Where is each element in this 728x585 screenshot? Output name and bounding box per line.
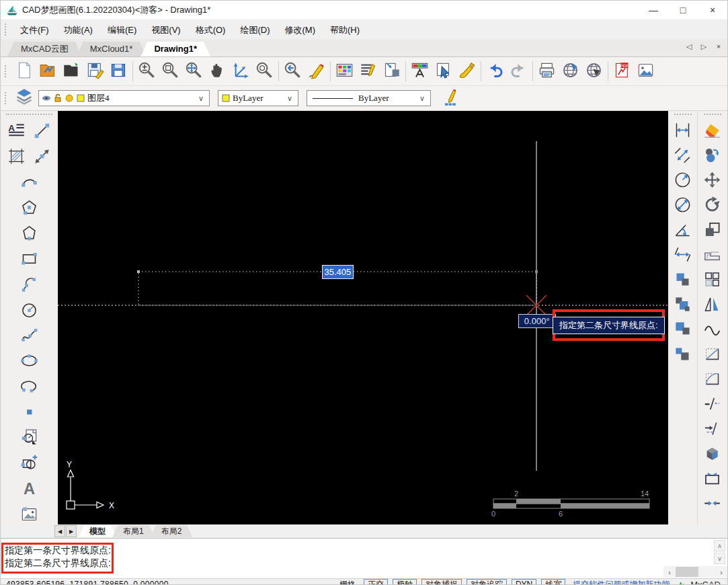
doc-tab-0[interactable]: MxCAD云图 [7,42,82,56]
tool-image-export-button[interactable] [634,60,657,83]
tool-save-button[interactable] [83,60,107,83]
tool-spline-button[interactable] [17,324,41,348]
tool-select-object-button[interactable] [432,60,455,83]
tool-pan-button[interactable] [206,60,229,83]
tool-rectangle-button[interactable] [17,247,41,272]
drawing-canvas[interactable]: Y X 2 14 0 6 35.405 0.000° [58,111,668,524]
tool-construction-line-button[interactable] [30,145,54,169]
tool-text-single-button[interactable]: A [17,477,41,502]
tool-zoom-previous-button[interactable] [281,60,305,83]
menu-draw[interactable]: 绘图(D) [233,23,277,37]
layout-tab-0[interactable]: 模型 [79,525,116,537]
layout-tab-2[interactable]: 布局2 [151,525,193,537]
toggle-grid[interactable]: 栅格 [336,580,359,585]
menu-view[interactable]: 视图(V) [144,23,188,37]
tool-mirror-button[interactable] [700,293,725,318]
tool-stretch-button[interactable] [700,219,725,243]
tool-save-as-button[interactable] [107,60,130,83]
draw-order-button[interactable] [436,87,460,110]
tool-ellipse-button[interactable] [17,350,41,374]
tool-open-cloud-button[interactable] [36,60,60,83]
tool-match-properties-button[interactable] [455,60,479,83]
tool-copy-button[interactable] [700,144,725,169]
doc-tab-2[interactable]: Drawing1* [140,42,210,56]
menu-help[interactable]: 帮助(H) [323,23,367,37]
tool-hatch-button[interactable] [4,145,28,169]
tool-circle-button[interactable] [17,299,41,323]
tool-dim-continue-button[interactable] [670,243,696,268]
scrollbar-thumb[interactable] [676,567,698,577]
tool-color-palette-button[interactable] [333,60,356,83]
maximize-icon[interactable]: □ [668,1,698,20]
tool-polygon-inscribed-button[interactable] [17,196,41,221]
menu-function[interactable]: 功能(A) [56,23,100,37]
menu-modify[interactable]: 修改(M) [277,23,323,37]
toggle-polar[interactable]: 极轴 [393,579,417,585]
tool-trim-button[interactable] [700,492,725,517]
tool-zoom-extents-button[interactable] [182,60,206,83]
tool-point-button[interactable] [17,401,41,425]
menu-file[interactable]: 文件(F) [13,23,56,37]
tool-zoom-center-button[interactable] [253,60,276,83]
toolbar-drag-handle[interactable] [5,65,9,77]
dim-toolbar-drag-handle[interactable] [674,114,692,118]
tool-ellipse-arc-button[interactable] [17,375,41,399]
toggle-lineweight[interactable]: 线宽 [541,579,565,585]
tool-print-button[interactable] [535,60,559,83]
dimension-length-input[interactable]: 35.405 [322,265,354,279]
tool-undo-button[interactable] [483,60,507,83]
tool-rotate-button[interactable] [700,194,725,219]
tool-erase-button[interactable] [700,119,725,144]
tool-polyline-button[interactable] [17,273,41,297]
tool-text-style-button[interactable] [356,60,380,83]
tool-extend-button[interactable] [700,467,725,492]
tab-next-icon[interactable]: ▷ [699,42,709,51]
tool-image-attach-button[interactable] [17,503,41,527]
tab-prev-icon[interactable]: ◁ [684,42,694,51]
tool-move-button[interactable] [700,169,725,194]
toggle-ortho[interactable]: 正交 [364,579,388,585]
tool-break-at-point-button[interactable] [700,418,725,442]
tool-open-button[interactable] [60,60,83,83]
tool-dim-diameter-button[interactable] [670,194,696,219]
tool-pdf-export-button[interactable]: PDF [610,60,634,83]
tool-block-create-button[interactable] [17,452,41,476]
tool-dim-baseline-button[interactable] [670,293,696,318]
menu-format[interactable]: 格式(O) [188,23,233,37]
tool-line-button[interactable] [30,120,54,144]
tool-polygon-button[interactable] [17,222,41,246]
layout-scroll-right-icon[interactable]: ▶ [66,525,77,537]
tool-ucs-axes-button[interactable] [229,60,253,83]
tool-fillet-button[interactable] [700,368,725,393]
tool-array-button[interactable] [700,268,725,293]
scroll-down-icon[interactable]: ∨ [714,553,725,564]
color-select[interactable]: ByLayer ∨ [218,90,298,106]
tool-explode-button[interactable] [700,442,725,467]
tool-dim-aligned-button[interactable] [670,144,696,169]
tool-redo-button[interactable] [507,60,530,83]
tool-web-publish-button[interactable] [559,60,582,83]
command-horizontal-scrollbar[interactable]: ‹ › [663,566,727,578]
tool-dim-linear-button[interactable] [670,119,696,144]
tool-spline-edit-button[interactable] [700,318,725,343]
tool-zoom-dynamic-button[interactable] [135,60,159,83]
command-vertical-scrollbar[interactable]: ∧ ∨ [714,540,725,564]
toggle-otrack[interactable]: 对象追踪 [467,579,507,585]
layer-select[interactable]: 图层4 ∨ [38,90,210,106]
doc-tab-1[interactable]: MxCloud1* [77,42,147,56]
layout-tab-1[interactable]: 布局1 [112,525,155,537]
scroll-up-icon[interactable]: ∧ [714,540,725,551]
tool-dim-style-button[interactable] [670,343,696,368]
close-icon[interactable]: × [698,1,727,20]
left-toolbar-drag-handle[interactable] [6,114,52,118]
tool-text-multiline-button[interactable]: A [4,120,28,144]
scroll-right-icon[interactable]: › [715,566,727,578]
scroll-left-icon[interactable]: ‹ [663,566,676,578]
toggle-osnap[interactable]: 对象捕捉 [421,579,462,585]
tool-offset-button[interactable] [700,243,725,268]
toggle-dyn[interactable]: DYN [512,579,536,585]
tool-block-insert-button[interactable] [17,426,41,451]
tool-dim-radius-button[interactable] [670,169,696,194]
menubar-drag-handle[interactable] [5,24,9,36]
modify-toolbar-drag-handle[interactable] [704,114,721,118]
